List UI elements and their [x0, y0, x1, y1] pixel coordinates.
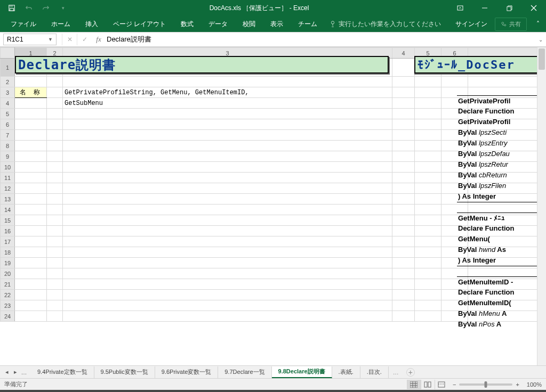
- row-header[interactable]: 17: [1, 236, 15, 247]
- cell[interactable]: [392, 279, 415, 290]
- cell[interactable]: [415, 173, 441, 183]
- enter-formula-icon[interactable]: ✓: [77, 34, 92, 45]
- expand-formula-bar-icon[interactable]: ⌄: [535, 37, 546, 43]
- cell[interactable]: [15, 77, 47, 87]
- row-header[interactable]: 15: [1, 215, 15, 226]
- row-header[interactable]: 14: [1, 205, 15, 215]
- cell[interactable]: [415, 236, 441, 247]
- zoom-level[interactable]: 100%: [527, 381, 542, 388]
- cell[interactable]: [15, 194, 47, 205]
- sheet-nav[interactable]: ◂▸…: [0, 369, 31, 375]
- cell[interactable]: [415, 162, 441, 173]
- row-header[interactable]: 20: [1, 268, 15, 279]
- cell[interactable]: [63, 173, 392, 183]
- row-header[interactable]: 21: [1, 279, 15, 290]
- cell[interactable]: [392, 194, 415, 205]
- tab-team[interactable]: チーム: [291, 16, 325, 32]
- cell[interactable]: [63, 151, 392, 162]
- cell[interactable]: [392, 59, 415, 77]
- cell[interactable]: [47, 130, 63, 141]
- cell[interactable]: [415, 279, 441, 290]
- cell[interactable]: [415, 151, 441, 162]
- row-header[interactable]: 10: [1, 162, 15, 173]
- cell[interactable]: [392, 173, 415, 183]
- cell[interactable]: [415, 77, 441, 87]
- tab-home[interactable]: ホーム: [44, 16, 78, 32]
- row-header[interactable]: 22: [1, 290, 15, 300]
- cell[interactable]: [47, 194, 63, 205]
- cell[interactable]: [63, 300, 392, 311]
- cell[interactable]: [63, 141, 392, 151]
- maximize-icon[interactable]: [497, 0, 521, 16]
- title-banner-right[interactable]: ﾓｼﾞｭｰﾙ_DocSer: [414, 56, 537, 74]
- cell[interactable]: [63, 215, 392, 226]
- cell[interactable]: [47, 300, 63, 311]
- cell[interactable]: [415, 226, 441, 236]
- cell[interactable]: [15, 311, 47, 322]
- save-icon[interactable]: [4, 2, 19, 14]
- tab-review[interactable]: 校閲: [235, 16, 263, 32]
- cell[interactable]: [415, 311, 441, 322]
- tab-formulas[interactable]: 数式: [173, 16, 201, 32]
- row-header[interactable]: 9: [1, 151, 15, 162]
- undo-icon[interactable]: [21, 2, 36, 14]
- sheet-tab[interactable]: 9.4Private定数一覧: [31, 366, 94, 378]
- chevron-down-icon[interactable]: ▼: [48, 37, 53, 42]
- cell[interactable]: [415, 205, 441, 215]
- zoom-slider[interactable]: [459, 383, 512, 386]
- cancel-formula-icon[interactable]: ✕: [62, 34, 77, 45]
- cell[interactable]: [47, 98, 63, 109]
- cell[interactable]: [392, 162, 415, 173]
- tab-data[interactable]: データ: [201, 16, 235, 32]
- row-header[interactable]: 4: [1, 98, 15, 109]
- cell[interactable]: [392, 183, 415, 194]
- cell[interactable]: [63, 194, 392, 205]
- row-header[interactable]: 8: [1, 141, 15, 151]
- cell[interactable]: [47, 162, 63, 173]
- zoom-out-icon[interactable]: −: [453, 381, 456, 388]
- cell[interactable]: [47, 87, 63, 98]
- cell[interactable]: [63, 258, 392, 268]
- row-header[interactable]: 18: [1, 247, 15, 258]
- cell[interactable]: [63, 247, 392, 258]
- cell[interactable]: [47, 258, 63, 268]
- row-header[interactable]: 7: [1, 130, 15, 141]
- pagebreak-view-icon[interactable]: [435, 380, 448, 389]
- name-box[interactable]: R1C1 ▼: [3, 34, 57, 45]
- ribbon-display-options-icon[interactable]: [448, 0, 472, 16]
- zoom-control[interactable]: − + 100%: [453, 381, 542, 388]
- cell[interactable]: [392, 151, 415, 162]
- sheet-tab[interactable]: 9.8Declare説明書: [272, 366, 332, 378]
- cell[interactable]: [392, 87, 415, 98]
- cell[interactable]: [63, 236, 392, 247]
- row-header[interactable]: 24: [1, 311, 15, 322]
- cell[interactable]: [15, 119, 47, 130]
- cell[interactable]: [392, 77, 415, 87]
- cell[interactable]: GetSubMenu: [63, 98, 392, 109]
- cell[interactable]: [415, 258, 441, 268]
- fx-icon[interactable]: fx: [92, 35, 103, 44]
- cell[interactable]: [47, 215, 63, 226]
- cell[interactable]: 名 称: [15, 87, 47, 98]
- cell[interactable]: [47, 119, 63, 130]
- cell[interactable]: [47, 290, 63, 300]
- cell[interactable]: [415, 194, 441, 205]
- row-header[interactable]: 2: [1, 77, 15, 87]
- zoom-in-icon[interactable]: +: [516, 381, 519, 388]
- cell[interactable]: [15, 205, 47, 215]
- cell[interactable]: [63, 279, 392, 290]
- row-header[interactable]: 19: [1, 258, 15, 268]
- signin-link[interactable]: サインイン: [448, 20, 495, 29]
- formula-input[interactable]: [103, 34, 535, 45]
- cell[interactable]: [63, 162, 392, 173]
- cell[interactable]: [15, 215, 47, 226]
- col-header[interactable]: 4: [392, 48, 415, 59]
- cell[interactable]: [15, 98, 47, 109]
- cell[interactable]: [15, 162, 47, 173]
- cell[interactable]: [415, 119, 441, 130]
- cell[interactable]: [15, 109, 47, 119]
- cell[interactable]: [392, 311, 415, 322]
- qat-customize-icon[interactable]: ▾: [55, 2, 70, 14]
- cell[interactable]: [392, 215, 415, 226]
- cell[interactable]: [392, 226, 415, 236]
